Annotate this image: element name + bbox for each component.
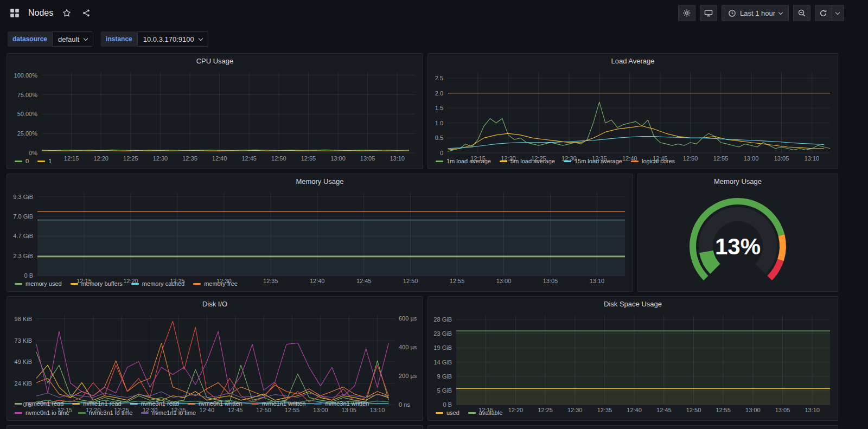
panel-memory-usage: Memory Usage 12:1512:2012:2512:3012:3512… <box>7 174 633 292</box>
svg-text:23 GiB: 23 GiB <box>433 330 452 337</box>
panel-title-text: Disk I/O <box>202 300 227 308</box>
svg-text:5 GiB: 5 GiB <box>437 387 452 394</box>
variables-bar: datasource default instance 10.0.3.170:9… <box>0 26 868 52</box>
panel-title[interactable]: CPU Usage <box>7 54 423 68</box>
panel-title[interactable]: Disk I/O <box>7 297 423 311</box>
svg-text:600 µs: 600 µs <box>399 315 417 322</box>
legend-item[interactable]: logical cores <box>631 157 675 165</box>
panel-title[interactable]: Memory Usage <box>7 174 633 188</box>
share-icon[interactable] <box>79 6 93 20</box>
memory-usage-gauge: 13% <box>638 188 838 291</box>
panel-title-text: Disk Space Usage <box>604 300 662 308</box>
svg-text:7.0 GiB: 7.0 GiB <box>13 213 33 220</box>
navbar: Nodes Last 1 hour <box>0 0 868 26</box>
legend-item[interactable]: nvme3n1 written <box>314 400 369 408</box>
legend-item[interactable]: 5m load average <box>500 157 555 165</box>
svg-text:2.3 GiB: 2.3 GiB <box>13 253 33 259</box>
legend-item[interactable]: 1m load average <box>436 157 491 165</box>
legend-item[interactable]: nvme1n1 io time <box>141 409 196 417</box>
panel-partial-right <box>427 425 838 429</box>
legend-item[interactable]: nvme0n1 io time <box>15 409 69 417</box>
legend-item[interactable]: memory free <box>193 280 238 288</box>
legend-item[interactable]: used <box>436 409 459 417</box>
disk-io-legend: nvme0n1 readnvme1n1 readnvme3n1 readnvme… <box>7 398 423 420</box>
legend-item[interactable]: memory cached <box>131 280 184 288</box>
refresh-button[interactable] <box>815 5 831 21</box>
load-average-legend: 1m load average5m load average15m load a… <box>428 156 838 169</box>
panel-title[interactable]: Load Average <box>428 54 838 68</box>
time-range-label: Last 1 hour <box>740 9 775 17</box>
svg-text:1.0: 1.0 <box>435 120 443 126</box>
svg-text:28 GiB: 28 GiB <box>433 316 452 323</box>
legend-item[interactable]: 0 <box>15 157 29 165</box>
tv-mode-button[interactable] <box>700 5 717 21</box>
apps-icon[interactable] <box>8 6 22 20</box>
memory-usage-chart[interactable]: 12:1512:2012:2512:3012:3512:4012:4512:50… <box>7 188 633 278</box>
legend-item[interactable]: 15m load average <box>564 157 622 165</box>
svg-text:50.00%: 50.00% <box>17 111 38 117</box>
legend-item[interactable]: nvme1n1 read <box>72 400 121 408</box>
legend-item[interactable]: memory used <box>15 280 62 288</box>
disk-space-legend: usedavailable <box>428 407 838 420</box>
panel-title[interactable]: Memory Usage <box>638 174 838 188</box>
svg-text:100.00%: 100.00% <box>14 72 38 79</box>
svg-text:4.7 GiB: 4.7 GiB <box>13 233 33 239</box>
svg-text:200 µs: 200 µs <box>399 373 417 379</box>
svg-text:25.00%: 25.00% <box>17 130 38 137</box>
cpu-usage-legend: 01 <box>7 156 423 169</box>
panel-title[interactable]: Disk Space Usage <box>428 297 838 311</box>
settings-button[interactable] <box>678 5 695 21</box>
panel-load-average: Load Average 12:1512:2012:2512:3012:3512… <box>427 53 838 169</box>
legend-item[interactable]: 1 <box>37 157 52 165</box>
disk-space-chart[interactable]: 12:1512:2012:2512:3012:3512:4012:4512:50… <box>428 311 838 407</box>
legend-item[interactable]: nvme0n1 read <box>15 400 63 408</box>
panel-title-text: Load Average <box>611 57 655 65</box>
variable-value-instance: 10.0.3.170:9100 <box>143 35 194 43</box>
dashboard-title[interactable]: Nodes <box>28 8 53 18</box>
variable-select-datasource[interactable]: default <box>52 31 93 47</box>
panel-cpu-usage: CPU Usage 12:1512:2012:2512:3012:3512:40… <box>7 53 423 169</box>
legend-item[interactable]: nvme3n1 io time <box>78 409 133 417</box>
legend-item[interactable]: nvme0n1 written <box>188 400 242 408</box>
variable-select-instance[interactable]: 10.0.3.170:9100 <box>137 31 208 47</box>
load-average-chart[interactable]: 12:1512:2012:2512:3012:3512:4012:4512:50… <box>428 68 838 156</box>
panel-partial-left <box>7 425 423 429</box>
navbar-left: Nodes <box>8 6 93 20</box>
svg-text:98 KiB: 98 KiB <box>15 316 32 322</box>
svg-text:19 GiB: 19 GiB <box>433 344 452 351</box>
gear-icon <box>682 9 691 17</box>
legend-item[interactable]: nvme1n1 written <box>251 400 306 408</box>
grafana-app: Nodes Last 1 hour <box>0 0 868 429</box>
svg-text:14 GiB: 14 GiB <box>433 359 452 366</box>
disk-io-chart[interactable]: 12:1512:2012:2512:3012:3512:4012:4512:50… <box>7 311 423 398</box>
dashboard-grid: CPU Usage 12:1512:2012:2512:3012:3512:40… <box>0 52 868 429</box>
variable-instance: instance 10.0.3.170:9100 <box>101 31 208 47</box>
variable-value-datasource: default <box>58 35 79 43</box>
memory-usage-legend: memory usedmemory buffersmemory cachedme… <box>7 278 633 291</box>
clock-icon <box>728 9 736 17</box>
svg-text:24 KiB: 24 KiB <box>15 380 32 387</box>
star-icon[interactable] <box>60 6 74 20</box>
chevron-down-icon <box>84 36 88 40</box>
panel-disk-io: Disk I/O 12:1512:2012:2512:3012:3512:401… <box>7 296 423 421</box>
time-range-picker[interactable]: Last 1 hour <box>722 5 789 21</box>
legend-item[interactable]: memory buffers <box>71 280 123 288</box>
panel-title-text: CPU Usage <box>196 57 234 65</box>
chevron-down-icon <box>199 36 203 40</box>
variable-label-datasource: datasource <box>8 31 52 47</box>
tv-icon <box>704 9 713 17</box>
svg-text:2.5: 2.5 <box>435 75 443 81</box>
panel-disk-space-usage: Disk Space Usage 12:1512:2012:2512:3012:… <box>427 296 838 421</box>
refresh-interval-dropdown[interactable] <box>831 5 844 21</box>
refresh-group <box>815 5 844 21</box>
panel-title-text: Memory Usage <box>714 177 762 185</box>
zoom-out-button[interactable] <box>793 5 810 21</box>
legend-item[interactable]: nvme3n1 read <box>130 400 179 408</box>
navbar-right: Last 1 hour <box>678 5 844 21</box>
cpu-usage-chart[interactable]: 12:1512:2012:2512:3012:3512:4012:4512:50… <box>7 68 423 156</box>
panel-memory-usage-gauge: Memory Usage 13% <box>637 174 838 292</box>
legend-item[interactable]: available <box>468 409 502 417</box>
refresh-icon <box>819 9 827 17</box>
chevron-down-icon <box>835 10 840 14</box>
svg-text:73 KiB: 73 KiB <box>15 337 32 344</box>
